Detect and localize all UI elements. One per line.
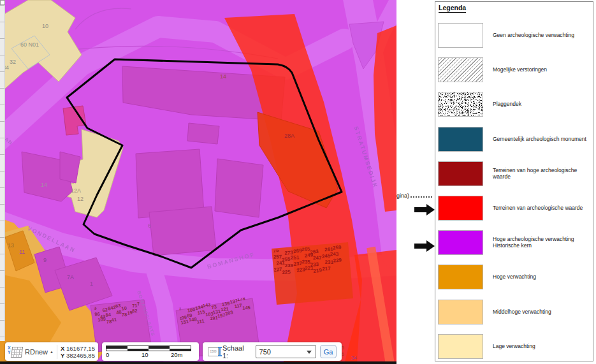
- divider: [57, 345, 57, 359]
- legend-item-plaggendek: Plaggendek: [435, 91, 593, 117]
- x-label: X: [61, 345, 66, 352]
- legend-label-middelhoge-verwachting: Middelhoge verwachting: [493, 309, 554, 315]
- legend-swatch-archeologische-waarde: [438, 196, 483, 221]
- legend-item-mogelijke-verstoringen: Mogelijke verstoringen: [435, 57, 593, 82]
- legend-label-gemeentelijk-monument: Gemeentelijk archeologisch monument: [493, 136, 589, 142]
- scale-panel: 1500 Schaal 1: 750 Ga: [203, 342, 342, 361]
- legend-item-archeologische-waarde: Terreinen van archeologische waarde: [435, 195, 593, 221]
- legend-label-lage-verwachting: Lage verwachting: [493, 343, 538, 349]
- legend-swatch-lage-verwachting: [438, 334, 483, 359]
- legend-label-historische-kern: Hoge archeologische verwachting Historis…: [493, 236, 593, 249]
- chevron-down-icon: [307, 351, 312, 354]
- crs-dropdown-arrow-icon[interactable]: ▲: [50, 350, 54, 354]
- legend-swatch-gemeentelijk-monument: [438, 127, 483, 152]
- x-value: 161677,15: [66, 345, 95, 352]
- map-border-bottom: [0, 361, 396, 364]
- scale-icon: 1500: [208, 347, 219, 356]
- app-window: VONDELLAANLAANSTRATUMSEDIJKBOMANSHOFBOMA…: [0, 0, 596, 364]
- legend-label-mogelijke-verstoringen: Mogelijke verstoringen: [493, 66, 549, 73]
- y-label: Y: [61, 352, 66, 359]
- arrow-to-red-legend-icon: [414, 204, 435, 215]
- scalebar-panel: 0 10 20m: [102, 342, 199, 361]
- scale-value: 750: [259, 348, 271, 356]
- scalebar: [106, 346, 191, 351]
- legend-label-plaggendek: Plaggendek: [493, 101, 524, 107]
- legend-item-geen-verwachting: Geen archeologische verwachting: [435, 22, 593, 48]
- legend-title: Legenda: [439, 4, 466, 13]
- apartment-block-red: [272, 242, 353, 305]
- legend-swatch-plaggendek: [438, 92, 483, 117]
- legend-item-gemeentelijk-monument: Gemeentelijk archeologisch monument: [435, 126, 593, 152]
- building-east: [215, 159, 263, 217]
- legend-label-hoge-verwachting: Hoge verwachting: [493, 273, 539, 280]
- legend-item-historische-kern: Hoge archeologische verwachting Historis…: [435, 229, 593, 255]
- tick-20m: 20m: [171, 351, 182, 358]
- crs-coordinates-panel: XY RDnew ▲ X161677,15 Y382465,85: [5, 342, 98, 361]
- legend-item-hoge-verwachting: Hoge verwachting: [435, 264, 593, 289]
- text-cursor-icon: [219, 347, 221, 356]
- legend-label-geen-verwachting: Geen archeologische verwachting: [493, 32, 577, 38]
- legend-swatch-middelhoge-verwachting: [438, 300, 483, 324]
- arrow-to-purple-legend-icon: [414, 240, 435, 252]
- legend-swatch-hoge-archeologische-waarde: [438, 161, 483, 186]
- dotted-leader: [411, 196, 432, 198]
- building-6: [149, 207, 216, 256]
- legend-item-hoge-archeologische-waarde: Terreinen van hoge archeologische waarde: [435, 161, 593, 186]
- map-viewport[interactable]: VONDELLAANLAANSTRATUMSEDIJKBOMANSHOFBOMA…: [0, 0, 396, 364]
- map-corner-handle: [0, 0, 5, 5]
- scale-label: Schaal 1:: [222, 344, 252, 360]
- legend-label-hoge-archeologische-waarde: Terreinen van hoge archeologische waarde: [493, 167, 593, 180]
- map-canvas[interactable]: [0, 0, 396, 364]
- xy-grid-icon: XY: [8, 346, 23, 358]
- cutoff-annotation: gina): [396, 193, 435, 199]
- building-small-center: [187, 123, 219, 144]
- legend-item-middelhoge-verwachting: Middelhoge verwachting: [435, 299, 593, 324]
- coordinate-readout: X161677,15 Y382465,85: [61, 345, 95, 359]
- legend-item-lage-verwachting: Lage verwachting: [435, 333, 593, 359]
- scale-select[interactable]: 750: [256, 345, 316, 358]
- tick-10: 10: [142, 351, 149, 358]
- legend-swatch-geen-verwachting: [438, 23, 483, 48]
- legend-label-archeologische-waarde: Terreinen van archeologische waarde: [493, 205, 585, 211]
- go-button[interactable]: Ga: [320, 345, 337, 358]
- legend-panel: Legenda Geen archeologische verwachtingM…: [435, 1, 593, 361]
- legend-swatch-mogelijke-verstoringen: [438, 57, 483, 82]
- tick-0: 0: [106, 351, 109, 358]
- annotation-text: gina): [396, 193, 409, 199]
- y-value: 382465,85: [66, 352, 95, 359]
- legend-swatch-hoge-verwachting: [438, 265, 483, 289]
- building-center: [136, 149, 204, 218]
- map-ruler: [0, 5, 5, 341]
- crs-dropdown[interactable]: RDnew: [25, 348, 48, 356]
- legend-swatch-historische-kern: [438, 230, 483, 255]
